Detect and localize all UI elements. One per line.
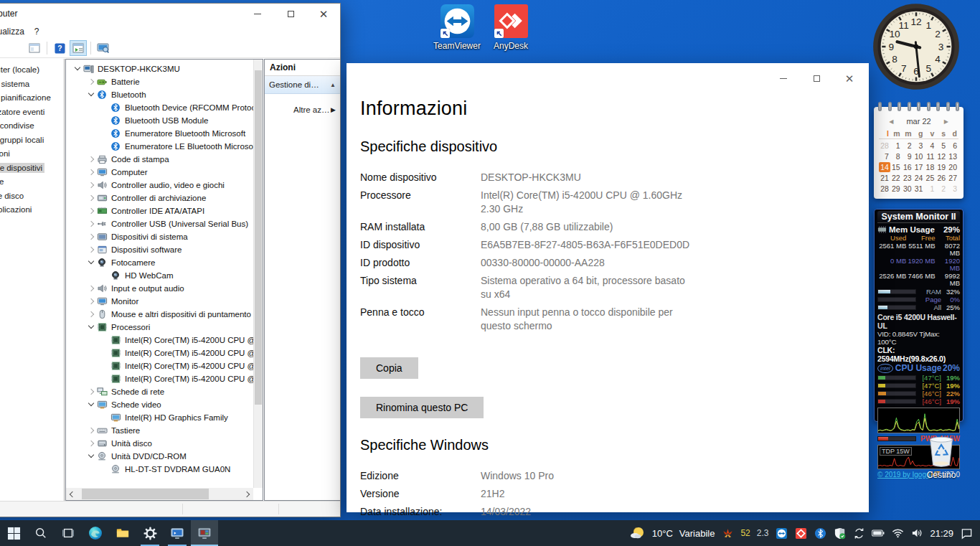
console-tree-item[interactable]: Cartelle condivise <box>0 119 64 133</box>
expand-chevron-icon[interactable] <box>87 180 97 190</box>
calendar-gadget[interactable]: ◀ mar 22 ▶ lmmgvsd2812345678910111213141… <box>874 107 963 199</box>
device-tree-item[interactable]: DESKTOP-HKCK3MU <box>66 62 253 75</box>
expand-chevron-icon[interactable] <box>87 296 97 306</box>
device-tree-item[interactable]: Intel(R) Core(TM) i5-4200U CPU @ 1.60GHz <box>66 347 253 359</box>
collapse-chevron-icon[interactable] <box>87 400 97 410</box>
scrollbar-thumb[interactable] <box>82 489 209 499</box>
device-tree-item[interactable]: Processori <box>66 321 253 334</box>
device-tree-item[interactable]: Mouse e altri dispositivi di puntamento <box>66 308 253 321</box>
menu-item-visualizza[interactable]: Visualizza <box>0 25 29 38</box>
taskbar-computer-management-button[interactable] <box>191 520 218 546</box>
maximize-button[interactable] <box>274 4 307 24</box>
vertical-scrollbar[interactable] <box>253 60 263 488</box>
device-tree-item[interactable]: Controller di archiviazione <box>66 192 253 204</box>
actions-more-row[interactable]: Altre azioni ▶ <box>265 101 340 118</box>
expand-chevron-icon[interactable] <box>87 245 97 255</box>
device-tree-item[interactable]: Code di stampa <box>66 153 253 166</box>
taskbar-search-button[interactable] <box>27 520 55 546</box>
device-tree-item[interactable]: Intel(R) HD Graphics Family <box>66 411 253 424</box>
maximize-button[interactable] <box>800 67 833 89</box>
collapse-chevron-icon[interactable] <box>87 258 97 268</box>
expand-chevron-icon[interactable] <box>87 154 97 164</box>
calendar-day[interactable]: 26 <box>936 173 947 183</box>
taskbar-system-app-button[interactable] <box>164 520 191 546</box>
taskbar-settings-button[interactable] <box>136 520 164 546</box>
speedfan-icon[interactable] <box>721 527 734 540</box>
console-tree-item[interactable]: Gestione dispositivi <box>0 161 64 176</box>
calendar-day[interactable]: 30 <box>902 184 913 194</box>
device-tree-item[interactable]: Computer <box>66 166 253 179</box>
calendar-day[interactable]: 2 <box>902 141 913 151</box>
window-titlebar[interactable]: Gestione computer ✕ <box>0 4 340 24</box>
expand-chevron-icon[interactable] <box>87 232 97 242</box>
expand-chevron-icon[interactable] <box>87 283 97 293</box>
device-tree-item[interactable]: Controller audio, video e giochi <box>66 179 253 192</box>
desktop-icon-anydesk[interactable]: AnyDesk <box>484 4 538 51</box>
console-tree-item[interactable]: Visualizzatore eventi <box>0 105 64 120</box>
device-tree-item[interactable]: Bluetooth Device (RFCOMM Protocol TDI) <box>66 101 253 114</box>
wifi-icon[interactable] <box>891 527 904 540</box>
calendar-day[interactable]: 3 <box>913 141 925 151</box>
system-monitor-gadget[interactable]: System Monitor II Mem Usage 29% UsedFree… <box>874 209 963 422</box>
expand-chevron-icon[interactable] <box>87 438 97 448</box>
copy-button[interactable]: Copia <box>360 357 418 379</box>
expand-chevron-icon[interactable] <box>87 309 97 319</box>
calendar-day[interactable]: 7 <box>879 151 890 161</box>
calendar-day[interactable]: 2 <box>936 184 947 194</box>
calendar-day[interactable]: 10 <box>913 151 925 161</box>
defender-icon[interactable] <box>833 527 846 540</box>
expand-chevron-icon[interactable] <box>87 77 97 87</box>
calendar-day[interactable]: 6 <box>947 141 958 151</box>
device-tree-item[interactable]: Schede video <box>66 398 253 411</box>
device-tree-item[interactable]: Bluetooth <box>66 88 253 101</box>
minimize-button[interactable] <box>241 4 274 24</box>
show-console-tree-icon[interactable] <box>26 40 43 56</box>
device-tree-item[interactable]: Tastiere <box>66 424 253 437</box>
desktop-icon-teamviewer[interactable]: TeamViewer <box>430 4 484 51</box>
calendar-day[interactable]: 27 <box>947 173 958 183</box>
recycle-bin[interactable]: Cestino <box>915 433 967 480</box>
device-tree-item[interactable]: HD WebCam <box>66 269 253 282</box>
console-tree-item[interactable]: Prestazioni <box>0 147 64 161</box>
calendar-day[interactable]: 12 <box>936 151 947 161</box>
calendar-day[interactable]: 15 <box>890 162 902 172</box>
expand-chevron-icon[interactable] <box>87 387 97 397</box>
close-button[interactable]: ✕ <box>307 4 340 24</box>
bluetooth-icon[interactable] <box>814 527 826 540</box>
collapse-chevron-icon[interactable] <box>87 90 97 100</box>
console-tree-item[interactable]: Utilità di pianificazione <box>0 91 64 105</box>
calendar-day[interactable]: 24 <box>913 173 925 183</box>
device-tree-item[interactable]: Intel(R) Core(TM) i5-4200U CPU @ 1.60GHz <box>66 334 253 347</box>
console-tree-item[interactable]: Servizi e applicazioni <box>0 203 64 217</box>
device-tree-item[interactable]: Bluetooth USB Module <box>66 114 253 127</box>
taskbar-start-button[interactable] <box>0 520 27 546</box>
calendar-day[interactable]: 25 <box>924 173 936 183</box>
menu-item-?[interactable]: ? <box>29 25 44 38</box>
collapse-chevron-icon[interactable] <box>73 64 83 74</box>
device-tree-item[interactable]: Controller IDE ATA/ATAPI <box>66 204 253 217</box>
device-tree-item[interactable]: Enumeratore Bluetooth Microsoft <box>66 127 253 140</box>
device-tree-item[interactable]: Controller USB (Universal Serial Bus) <box>66 217 253 230</box>
device-tree-item[interactable]: Dispositivi di sistema <box>66 230 253 243</box>
taskbar-edge-button[interactable] <box>82 520 109 546</box>
scroll-left-icon[interactable] <box>66 489 77 499</box>
device-tree-item[interactable]: Unità disco <box>66 437 253 450</box>
battery-icon[interactable] <box>872 527 885 540</box>
calendar-day[interactable]: 16 <box>902 162 913 172</box>
collapse-chevron-icon[interactable] <box>87 451 97 461</box>
taskbar-task-view-button[interactable] <box>55 520 82 546</box>
device-tree-item[interactable]: Intel(R) Core(TM) i5-4200U CPU @ 1.60GHz <box>66 359 253 372</box>
calendar-day[interactable]: 11 <box>924 151 936 161</box>
taskbar-file-explorer-button[interactable] <box>109 520 136 546</box>
calendar-day[interactable]: 28 <box>879 184 890 194</box>
console-tree-item[interactable]: Utenti e gruppi locali <box>0 133 64 148</box>
console-tree-item[interactable]: Archiviazione <box>0 175 64 189</box>
device-tree-item[interactable]: Schede di rete <box>66 385 253 398</box>
calendar-day[interactable]: 22 <box>890 173 902 183</box>
calendar-day[interactable]: 4 <box>924 141 936 151</box>
actions-group-row[interactable]: Gestione dispositivi ▲ <box>265 76 340 94</box>
device-tree-item[interactable]: Input e output audio <box>66 282 253 295</box>
calendar-prev-icon[interactable]: ◀ <box>889 118 893 125</box>
action-center-icon[interactable] <box>960 527 973 540</box>
calendar-day[interactable]: 9 <box>902 151 913 161</box>
